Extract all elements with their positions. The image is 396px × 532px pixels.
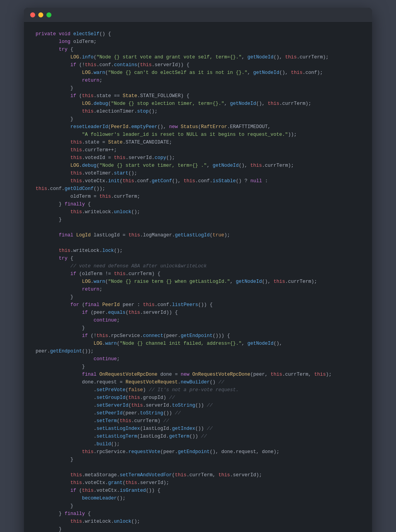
code-content: private void electSelf() { long oldTerm;…: [24, 22, 372, 532]
maximize-button[interactable]: [46, 12, 51, 17]
minimize-button[interactable]: [38, 12, 43, 17]
code-editor-window: private void electSelf() { long oldTerm;…: [24, 8, 372, 532]
titlebar: [24, 8, 372, 22]
close-button[interactable]: [30, 12, 35, 17]
